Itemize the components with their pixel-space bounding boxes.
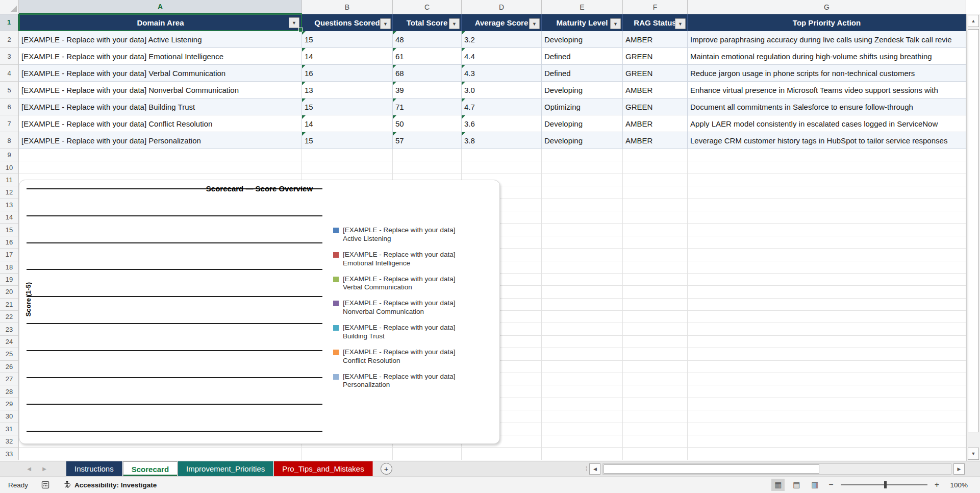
cell-C33[interactable] [393,448,462,460]
cell-E7[interactable]: Developing [542,115,623,132]
cell-D3[interactable]: 4.4 [462,48,542,65]
cell-B9[interactable] [302,149,393,161]
column-header-D[interactable]: D [462,0,542,14]
cell-A9[interactable] [19,149,302,161]
cell-F25[interactable] [623,348,688,360]
cell-E12[interactable] [542,186,623,199]
cell-G16[interactable] [688,236,966,249]
cell-B4[interactable]: 16 [302,65,393,82]
cell-C6[interactable]: 71 [393,98,462,115]
cell-E31[interactable] [542,423,623,435]
cell-C4[interactable]: 68 [393,65,462,82]
tab-pro_tips_and_mistakes[interactable]: Pro_Tips_and_Mistakes [274,461,372,476]
accessibility-status-label[interactable]: Accessibility: Investigate [74,481,157,489]
cell-F16[interactable] [623,236,688,249]
cell-C5[interactable]: 39 [393,82,462,98]
cell-C3[interactable]: 61 [393,48,462,65]
column-header-C[interactable]: C [393,0,462,14]
cell-G10[interactable] [688,161,966,174]
row-header-3[interactable]: 3 [0,48,19,65]
cell-F6[interactable]: GREEN [623,98,688,115]
cell-C7[interactable]: 50 [393,115,462,132]
column-header-A[interactable]: A [19,0,302,14]
cell-A10[interactable] [19,161,302,174]
cell-F12[interactable] [623,186,688,199]
cell-G26[interactable] [688,361,966,373]
cell-E24[interactable] [542,336,623,348]
cell-E29[interactable] [542,398,623,410]
scroll-down-icon[interactable]: ▼ [968,448,979,460]
cell-C2[interactable]: 48 [393,31,462,48]
cell-E4[interactable]: Defined [542,65,623,82]
cell-F26[interactable] [623,361,688,373]
tab-scorecard[interactable]: Scorecard [123,461,178,476]
cell-A2[interactable]: [EXAMPLE - Replace with your data] Activ… [19,31,302,48]
header-cell-rag-status[interactable]: RAG Status▼ [623,14,688,31]
cell-F28[interactable] [623,385,688,398]
cell-E33[interactable] [542,448,623,460]
cell-D5[interactable]: 3.0 [462,82,542,98]
tab-nav-right-icon[interactable]: ▶ [37,461,52,476]
cell-F9[interactable] [623,149,688,161]
view-normal-button[interactable]: ▦ [771,479,785,491]
cell-G11[interactable] [688,174,966,186]
cell-G30[interactable] [688,410,966,423]
cell-B5[interactable]: 13 [302,82,393,98]
cell-F21[interactable] [623,299,688,311]
cell-B10[interactable] [302,161,393,174]
cell-E15[interactable] [542,224,623,236]
cell-G33[interactable] [688,448,966,460]
row-header-26[interactable]: 26 [0,361,19,373]
cell-E27[interactable] [542,373,623,385]
cell-F10[interactable] [623,161,688,174]
cell-E19[interactable] [542,274,623,286]
cell-G8[interactable]: Leverage CRM customer history tags in Hu… [688,132,966,149]
cell-D9[interactable] [462,149,542,161]
cell-G25[interactable] [688,348,966,360]
row-header-12[interactable]: 12 [0,186,19,199]
cell-E8[interactable]: Developing [542,132,623,149]
cell-G23[interactable] [688,323,966,335]
cell-F15[interactable] [623,224,688,236]
cell-G13[interactable] [688,199,966,211]
column-header-G[interactable]: G [688,0,966,14]
cell-G15[interactable] [688,224,966,236]
filter-dropdown-icon[interactable]: ▼ [610,18,621,29]
column-header-B[interactable]: B [302,0,393,14]
filter-dropdown-icon[interactable]: ▼ [449,18,460,29]
cell-G12[interactable] [688,186,966,199]
filter-dropdown-icon[interactable]: ▼ [675,18,686,29]
filter-dropdown-icon[interactable]: ▼ [529,18,540,29]
row-header-20[interactable]: 20 [0,286,19,298]
cell-E30[interactable] [542,410,623,423]
row-header-18[interactable]: 18 [0,261,19,274]
cell-E17[interactable] [542,249,623,261]
cell-F2[interactable]: AMBER [623,31,688,48]
row-header-14[interactable]: 14 [0,211,19,224]
vertical-scroll-thumb[interactable] [968,29,979,432]
cell-D8[interactable]: 3.8 [462,132,542,149]
view-page-layout-button[interactable]: ▤ [790,479,803,491]
cell-G28[interactable] [688,385,966,398]
cell-C8[interactable]: 57 [393,132,462,149]
cell-D2[interactable]: 3.2 [462,31,542,48]
cell-B2[interactable]: 15 [302,31,393,48]
cell-E18[interactable] [542,261,623,274]
cell-F20[interactable] [623,286,688,298]
horizontal-scrollbar[interactable]: ⁞ ◀ ▶ [586,463,965,475]
cell-F24[interactable] [623,336,688,348]
cell-G9[interactable] [688,149,966,161]
cell-D33[interactable] [462,448,542,460]
cell-G3[interactable]: Maintain emotional regulation during hig… [688,48,966,65]
embedded-chart[interactable]: Scorecard — Score Overview Score (1-5) [… [19,180,500,444]
cell-D7[interactable]: 3.6 [462,115,542,132]
row-header-9[interactable]: 9 [0,149,19,161]
scrollbar-resize-handle[interactable]: ⁞ [586,466,587,472]
row-header-21[interactable]: 21 [0,299,19,311]
cell-F17[interactable] [623,249,688,261]
cell-G21[interactable] [688,299,966,311]
tab-improvement_priorities[interactable]: Improvement_Priorities [178,461,273,476]
row-header-1[interactable]: 1 [0,14,19,31]
cell-D10[interactable] [462,161,542,174]
cell-F18[interactable] [623,261,688,274]
